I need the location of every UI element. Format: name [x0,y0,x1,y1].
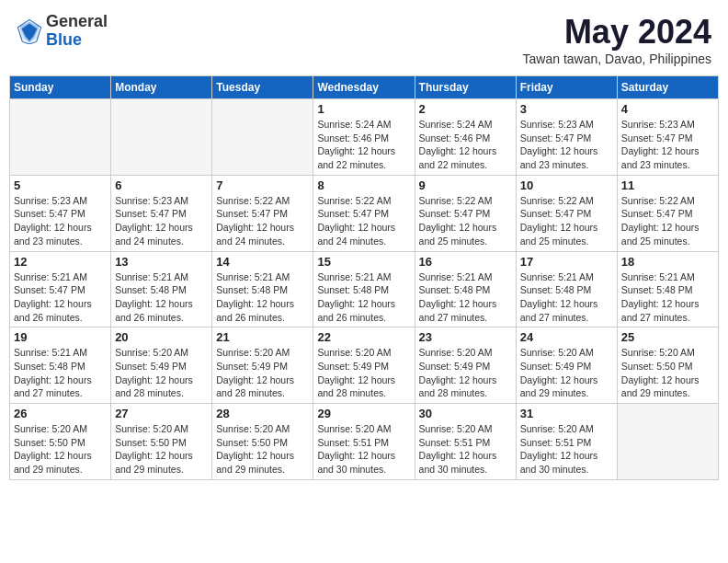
calendar-cell: 19Sunrise: 5:21 AMSunset: 5:48 PMDayligh… [10,327,111,404]
day-number: 22 [317,330,410,344]
day-number: 7 [216,178,309,192]
day-info: Sunrise: 5:21 AMSunset: 5:48 PMDaylight:… [419,270,512,325]
page-header: General Blue May 2024 Tawan tawan, Davao… [9,9,719,70]
calendar-cell: 12Sunrise: 5:21 AMSunset: 5:47 PMDayligh… [10,251,111,327]
calendar-cell [10,99,111,176]
day-info: Sunrise: 5:23 AMSunset: 5:47 PMDaylight:… [115,194,208,248]
calendar-header-tuesday: Tuesday [212,76,313,99]
day-info: Sunrise: 5:21 AMSunset: 5:48 PMDaylight:… [317,270,410,325]
day-number: 31 [520,407,613,420]
day-info: Sunrise: 5:20 AMSunset: 5:51 PMDaylight:… [419,422,512,477]
calendar-cell: 28Sunrise: 5:20 AMSunset: 5:50 PMDayligh… [212,404,313,480]
day-info: Sunrise: 5:22 AMSunset: 5:47 PMDaylight:… [621,194,714,248]
day-info: Sunrise: 5:24 AMSunset: 5:46 PMDaylight:… [317,118,410,172]
calendar-cell [212,99,313,176]
calendar-header-monday: Monday [111,76,212,99]
day-number: 26 [14,407,107,420]
calendar-header-friday: Friday [516,76,617,99]
day-number: 29 [317,407,410,420]
calendar-week-row: 1Sunrise: 5:24 AMSunset: 5:46 PMDaylight… [10,99,719,176]
month-title: May 2024 [523,13,711,52]
calendar-cell: 5Sunrise: 5:23 AMSunset: 5:47 PMDaylight… [10,175,111,251]
day-number: 8 [317,178,410,192]
day-number: 19 [14,330,107,344]
calendar-cell: 26Sunrise: 5:20 AMSunset: 5:50 PMDayligh… [10,404,111,480]
calendar-header-saturday: Saturday [617,76,718,99]
calendar-header-row: SundayMondayTuesdayWednesdayThursdayFrid… [10,76,719,99]
calendar-cell: 16Sunrise: 5:21 AMSunset: 5:48 PMDayligh… [415,251,516,327]
calendar-cell: 15Sunrise: 5:21 AMSunset: 5:48 PMDayligh… [313,251,415,327]
day-info: Sunrise: 5:22 AMSunset: 5:47 PMDaylight:… [520,194,613,248]
day-info: Sunrise: 5:21 AMSunset: 5:48 PMDaylight:… [115,270,208,325]
calendar-cell: 3Sunrise: 5:23 AMSunset: 5:47 PMDaylight… [516,99,617,176]
calendar-cell: 29Sunrise: 5:20 AMSunset: 5:51 PMDayligh… [313,404,415,480]
calendar-cell: 9Sunrise: 5:22 AMSunset: 5:47 PMDaylight… [415,175,516,251]
day-info: Sunrise: 5:23 AMSunset: 5:47 PMDaylight:… [14,194,107,248]
day-number: 9 [419,178,512,192]
calendar-cell: 6Sunrise: 5:23 AMSunset: 5:47 PMDaylight… [111,175,212,251]
calendar-week-row: 5Sunrise: 5:23 AMSunset: 5:47 PMDaylight… [10,175,719,251]
day-number: 1 [317,102,410,116]
location-title: Tawan tawan, Davao, Philippines [523,52,711,66]
day-number: 21 [216,330,309,344]
day-info: Sunrise: 5:21 AMSunset: 5:48 PMDaylight:… [621,270,714,325]
day-number: 28 [216,407,309,420]
day-number: 4 [621,102,714,116]
calendar-cell: 13Sunrise: 5:21 AMSunset: 5:48 PMDayligh… [111,251,212,327]
day-info: Sunrise: 5:22 AMSunset: 5:47 PMDaylight:… [317,194,410,248]
day-number: 15 [317,255,410,269]
calendar-week-row: 26Sunrise: 5:20 AMSunset: 5:50 PMDayligh… [10,404,719,480]
day-number: 13 [115,255,208,269]
day-info: Sunrise: 5:21 AMSunset: 5:48 PMDaylight:… [520,270,613,325]
calendar-cell: 2Sunrise: 5:24 AMSunset: 5:46 PMDaylight… [415,99,516,176]
day-number: 2 [419,102,512,116]
day-info: Sunrise: 5:20 AMSunset: 5:51 PMDaylight:… [520,422,613,477]
calendar-table: SundayMondayTuesdayWednesdayThursdayFrid… [9,75,719,480]
day-info: Sunrise: 5:21 AMSunset: 5:48 PMDaylight:… [14,346,107,400]
day-info: Sunrise: 5:20 AMSunset: 5:50 PMDaylight:… [115,422,208,477]
day-number: 27 [115,407,208,420]
calendar-cell: 17Sunrise: 5:21 AMSunset: 5:48 PMDayligh… [516,251,617,327]
day-number: 20 [115,330,208,344]
calendar-cell: 25Sunrise: 5:20 AMSunset: 5:50 PMDayligh… [617,327,718,404]
day-number: 12 [14,255,107,269]
calendar-cell: 23Sunrise: 5:20 AMSunset: 5:49 PMDayligh… [415,327,516,404]
day-info: Sunrise: 5:20 AMSunset: 5:51 PMDaylight:… [317,422,410,477]
logo-icon [17,18,42,44]
calendar-week-row: 12Sunrise: 5:21 AMSunset: 5:47 PMDayligh… [10,251,719,327]
day-info: Sunrise: 5:22 AMSunset: 5:47 PMDaylight:… [216,194,309,248]
day-info: Sunrise: 5:20 AMSunset: 5:49 PMDaylight:… [216,346,309,400]
calendar-cell: 8Sunrise: 5:22 AMSunset: 5:47 PMDaylight… [313,175,415,251]
calendar-cell: 22Sunrise: 5:20 AMSunset: 5:49 PMDayligh… [313,327,415,404]
logo-blue-text: Blue [46,31,108,50]
day-info: Sunrise: 5:20 AMSunset: 5:49 PMDaylight:… [419,346,512,400]
day-number: 17 [520,255,613,269]
day-info: Sunrise: 5:20 AMSunset: 5:50 PMDaylight:… [621,346,714,400]
title-area: May 2024 Tawan tawan, Davao, Philippines [523,13,711,66]
day-number: 24 [520,330,613,344]
calendar-header-thursday: Thursday [415,76,516,99]
day-number: 25 [621,330,714,344]
day-info: Sunrise: 5:20 AMSunset: 5:49 PMDaylight:… [317,346,410,400]
day-info: Sunrise: 5:23 AMSunset: 5:47 PMDaylight:… [621,118,714,172]
calendar-cell: 7Sunrise: 5:22 AMSunset: 5:47 PMDaylight… [212,175,313,251]
day-number: 11 [621,178,714,192]
calendar-header-wednesday: Wednesday [313,76,415,99]
calendar-week-row: 19Sunrise: 5:21 AMSunset: 5:48 PMDayligh… [10,327,719,404]
day-info: Sunrise: 5:22 AMSunset: 5:47 PMDaylight:… [419,194,512,248]
calendar-cell: 31Sunrise: 5:20 AMSunset: 5:51 PMDayligh… [516,404,617,480]
calendar-cell: 21Sunrise: 5:20 AMSunset: 5:49 PMDayligh… [212,327,313,404]
day-number: 5 [14,178,107,192]
day-info: Sunrise: 5:20 AMSunset: 5:50 PMDaylight:… [216,422,309,477]
day-info: Sunrise: 5:21 AMSunset: 5:48 PMDaylight:… [216,270,309,325]
day-number: 14 [216,255,309,269]
calendar-cell: 30Sunrise: 5:20 AMSunset: 5:51 PMDayligh… [415,404,516,480]
day-info: Sunrise: 5:24 AMSunset: 5:46 PMDaylight:… [419,118,512,172]
logo: General Blue [17,13,108,50]
logo-text: General Blue [46,13,108,50]
day-number: 23 [419,330,512,344]
calendar-cell: 4Sunrise: 5:23 AMSunset: 5:47 PMDaylight… [617,99,718,176]
calendar-header-sunday: Sunday [10,76,111,99]
day-info: Sunrise: 5:20 AMSunset: 5:50 PMDaylight:… [14,422,107,477]
day-info: Sunrise: 5:20 AMSunset: 5:49 PMDaylight:… [520,346,613,400]
